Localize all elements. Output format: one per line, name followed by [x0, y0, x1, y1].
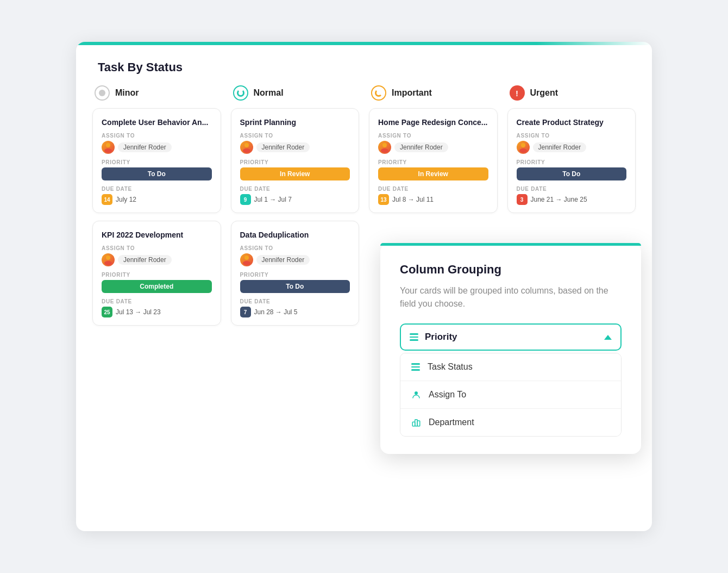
lines-icon — [410, 333, 418, 341]
svg-point-2 — [106, 256, 110, 260]
task-card[interactable]: Complete User Behavior An... ASSIGN TO J… — [92, 108, 221, 213]
svg-point-8 — [382, 143, 387, 147]
main-container: Task By Status Minor Complete User Behav… — [76, 42, 652, 531]
date-text: Jul 8 → Jul 11 — [392, 196, 434, 203]
dropdown-item-department[interactable]: Department — [400, 409, 621, 436]
dropdown-item-label: Department — [429, 418, 474, 427]
priority-badge: To Do — [517, 167, 627, 180]
urgent-icon: ! — [510, 85, 525, 101]
due-date-row: 25 Jul 13 → Jul 23 — [102, 307, 212, 317]
dropdown-menu: Task Status Assign To — [400, 353, 622, 437]
dropdown-item-taskstatus[interactable]: Task Status — [400, 353, 621, 381]
date-badge: 14 — [102, 194, 112, 205]
task-card[interactable]: Data Deduplication ASSIGN TO Jennifer Ro… — [231, 221, 360, 326]
date-text: Jul 13 → Jul 23 — [116, 308, 161, 316]
avatar — [378, 141, 391, 154]
card-title: Home Page Redesign Conce... — [378, 117, 488, 127]
priority-badge: In Review — [240, 167, 350, 180]
due-date-row: 13 Jul 8 → Jul 11 — [378, 194, 488, 205]
dropdown-selected-text: Priority — [425, 332, 598, 342]
dropdown-selected[interactable]: Priority — [400, 323, 622, 351]
column-header-urgent: ! Urgent — [507, 85, 636, 101]
due-date-row: 9 Jul 1 → Jul 7 — [240, 194, 350, 205]
dropdown-item-label: Task Status — [428, 362, 473, 372]
avatar — [240, 253, 253, 266]
person-icon — [411, 390, 421, 400]
priority-label: PRIORITY — [102, 272, 212, 278]
priority-label: PRIORITY — [517, 159, 627, 165]
assignee-row: Jennifer Roder — [102, 253, 212, 266]
page-title: Task By Status — [76, 45, 652, 85]
due-date-row: 7 Jun 28 → Jul 5 — [240, 307, 350, 317]
date-text: June 21 → June 25 — [531, 196, 587, 203]
date-text: July 12 — [116, 196, 136, 203]
svg-point-10 — [521, 143, 525, 147]
overlay-title: Column Grouping — [400, 263, 622, 277]
priority-badge: Completed — [102, 280, 212, 293]
column-grouping-panel: Column Grouping Your cards will be group… — [380, 243, 641, 454]
normal-icon — [233, 85, 248, 101]
assignee-row: Jennifer Roder — [102, 141, 212, 154]
dropdown-item-assignto[interactable]: Assign To — [400, 381, 621, 409]
column-normal: Normal Sprint Planning ASSIGN TO Jennife… — [231, 85, 360, 333]
due-label: DUE DATE — [240, 298, 350, 304]
svg-point-5 — [243, 148, 250, 153]
task-card[interactable]: KPI 2022 Development ASSIGN TO Jennifer … — [92, 221, 221, 326]
priority-badge: To Do — [240, 280, 350, 293]
due-label: DUE DATE — [102, 186, 212, 192]
important-label: Important — [392, 88, 432, 98]
card-title: Complete User Behavior An... — [102, 117, 212, 127]
dept-icon — [411, 418, 421, 427]
avatar — [517, 141, 530, 154]
assign-label: ASSIGN TO — [378, 133, 488, 139]
svg-point-11 — [519, 148, 527, 153]
column-header-normal: Normal — [231, 85, 360, 101]
minor-icon — [95, 85, 110, 101]
svg-point-9 — [381, 148, 388, 153]
column-header-important: Important — [369, 85, 498, 101]
svg-point-0 — [106, 143, 110, 147]
task-card[interactable]: Sprint Planning ASSIGN TO Jennifer Roder… — [231, 108, 360, 213]
assign-label: ASSIGN TO — [517, 133, 627, 139]
urgent-label: Urgent — [530, 88, 558, 98]
dropdown-item-label: Assign To — [429, 390, 466, 400]
svg-point-7 — [243, 261, 250, 265]
date-badge: 9 — [240, 194, 251, 205]
assignee-name: Jennifer Roder — [256, 255, 310, 265]
normal-label: Normal — [254, 88, 284, 98]
svg-point-1 — [104, 148, 112, 153]
priority-label: PRIORITY — [378, 159, 488, 165]
svg-point-3 — [104, 261, 112, 265]
avatar — [240, 141, 253, 154]
assign-label: ASSIGN TO — [102, 133, 212, 139]
priority-badge: In Review — [378, 167, 488, 180]
priority-label: PRIORITY — [102, 159, 212, 165]
assignee-name: Jennifer Roder — [118, 255, 172, 265]
priority-label: PRIORITY — [240, 159, 350, 165]
date-badge: 7 — [240, 307, 251, 317]
date-badge: 3 — [517, 194, 528, 205]
assignee-row: Jennifer Roder — [240, 141, 350, 154]
assign-label: ASSIGN TO — [240, 245, 350, 251]
due-date-row: 3 June 21 → June 25 — [517, 194, 627, 205]
column-header-minor: Minor — [92, 85, 221, 101]
date-badge: 13 — [378, 194, 389, 205]
task-card[interactable]: Create Product Strategy ASSIGN TO Jennif… — [507, 108, 636, 213]
date-text: Jul 1 → Jul 7 — [254, 196, 292, 203]
date-badge: 25 — [102, 307, 112, 317]
chevron-up-icon — [604, 335, 612, 340]
assignee-row: Jennifer Roder — [378, 141, 488, 154]
due-label: DUE DATE — [378, 186, 488, 192]
card-title: Create Product Strategy — [517, 117, 627, 127]
assignee-name: Jennifer Roder — [256, 142, 310, 152]
assignee-row: Jennifer Roder — [517, 141, 627, 154]
overlay-description: Your cards will be grouped into columns,… — [400, 284, 622, 310]
svg-point-12 — [415, 391, 418, 395]
avatar — [102, 253, 115, 266]
avatar — [102, 141, 115, 154]
assignee-name: Jennifer Roder — [118, 142, 172, 152]
date-text: Jun 28 → Jul 5 — [254, 308, 298, 316]
assignee-name: Jennifer Roder — [394, 142, 448, 152]
task-card[interactable]: Home Page Redesign Conce... ASSIGN TO Je… — [369, 108, 498, 213]
minor-label: Minor — [115, 88, 139, 98]
